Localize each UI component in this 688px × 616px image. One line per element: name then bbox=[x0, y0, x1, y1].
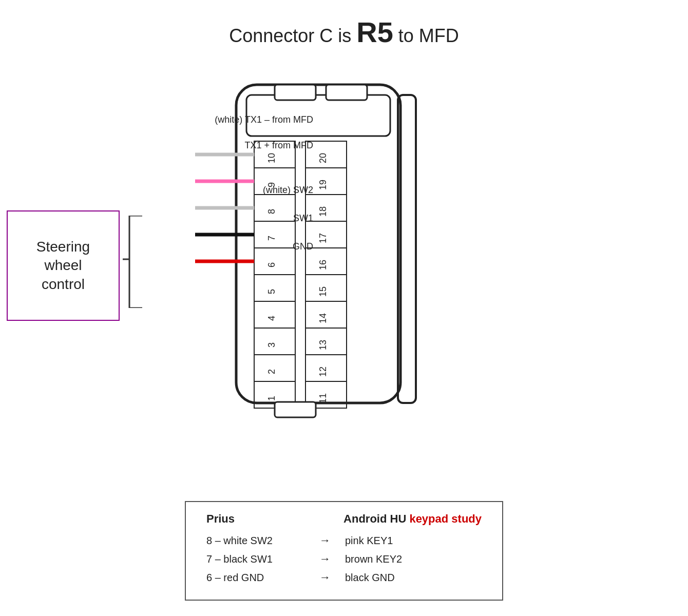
hu-row1: pink KEY1 bbox=[345, 535, 427, 547]
svg-text:7: 7 bbox=[266, 236, 277, 241]
svg-text:10: 10 bbox=[266, 153, 277, 163]
reference-table: Prius Android HU keypad study 8 – white … bbox=[185, 501, 503, 601]
svg-text:5: 5 bbox=[266, 289, 277, 294]
svg-rect-28 bbox=[254, 301, 295, 328]
svg-rect-1 bbox=[246, 95, 390, 136]
arrow-row2: → bbox=[319, 552, 345, 566]
arrow-row3: → bbox=[319, 571, 345, 584]
svg-text:8: 8 bbox=[266, 209, 277, 214]
svg-rect-32 bbox=[254, 328, 295, 355]
svg-text:17: 17 bbox=[318, 233, 328, 243]
steering-wheel-control-box: Steeringwheelcontrol bbox=[7, 210, 120, 321]
table-row: 6 – red GND → black GND bbox=[206, 571, 482, 584]
diagram-area: (white) TX1 – from MFD TX1 + from MFD (w… bbox=[0, 59, 688, 418]
title-prefix: Connector C is bbox=[229, 25, 356, 46]
svg-rect-8 bbox=[254, 168, 295, 195]
svg-rect-24 bbox=[254, 275, 295, 301]
prius-row3: 6 – red GND bbox=[206, 572, 319, 584]
table-row: 7 – black SW1 → brown KEY2 bbox=[206, 552, 482, 566]
title-suffix: to MFD bbox=[393, 25, 459, 46]
svg-text:16: 16 bbox=[318, 260, 328, 270]
svg-rect-44 bbox=[275, 402, 316, 417]
svg-rect-3 bbox=[326, 85, 367, 100]
swc-label: Steeringwheelcontrol bbox=[36, 238, 90, 294]
svg-text:1: 1 bbox=[266, 396, 277, 401]
svg-text:12: 12 bbox=[318, 367, 328, 377]
table-row: 8 – white SW2 → pink KEY1 bbox=[206, 534, 482, 547]
svg-rect-36 bbox=[254, 355, 295, 381]
svg-text:18: 18 bbox=[318, 206, 328, 217]
arrow-row1: → bbox=[319, 534, 345, 547]
page-title: Connector C is R5 to MFD bbox=[0, 0, 688, 59]
prius-col-header: Prius bbox=[206, 512, 309, 526]
prius-row1: 8 – white SW2 bbox=[206, 535, 319, 547]
hu-row3: black GND bbox=[345, 572, 427, 584]
svg-text:19: 19 bbox=[318, 180, 328, 190]
svg-rect-20 bbox=[254, 248, 295, 275]
svg-rect-2 bbox=[275, 85, 316, 100]
svg-text:20: 20 bbox=[318, 153, 328, 163]
svg-text:15: 15 bbox=[318, 286, 328, 297]
hu-col-header: Android HU keypad study bbox=[343, 512, 482, 526]
svg-text:6: 6 bbox=[266, 262, 277, 267]
title-r5: R5 bbox=[356, 16, 393, 48]
svg-text:3: 3 bbox=[266, 342, 277, 348]
svg-rect-12 bbox=[254, 195, 295, 221]
connector-diagram: 10 20 9 19 8 18 7 17 6 16 5 15 4 14 bbox=[195, 74, 462, 424]
svg-text:14: 14 bbox=[318, 313, 328, 323]
svg-text:2: 2 bbox=[266, 369, 277, 374]
svg-text:4: 4 bbox=[266, 316, 277, 321]
svg-text:11: 11 bbox=[318, 393, 328, 403]
swc-bracket bbox=[122, 216, 147, 308]
prius-row2: 7 – black SW1 bbox=[206, 553, 319, 565]
svg-text:13: 13 bbox=[318, 340, 328, 350]
svg-text:9: 9 bbox=[266, 182, 277, 187]
hu-row2: brown KEY2 bbox=[345, 553, 427, 565]
svg-rect-16 bbox=[254, 221, 295, 248]
